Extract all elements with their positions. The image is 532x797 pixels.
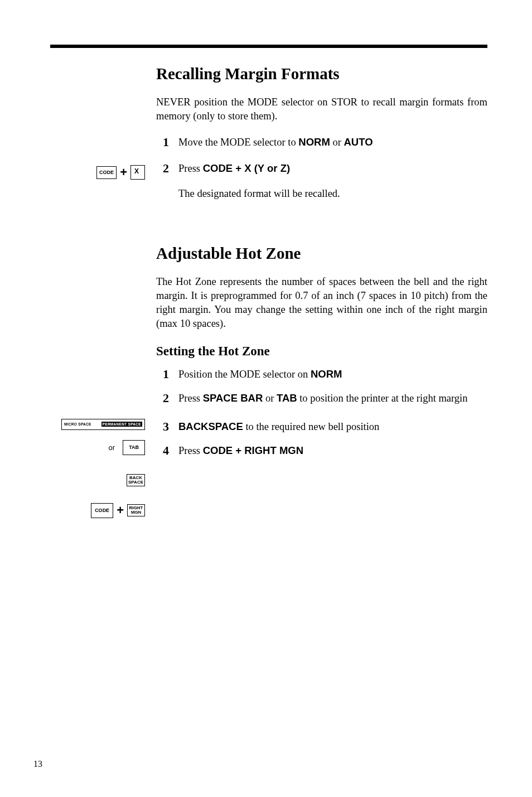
step-num: 2 bbox=[163, 162, 178, 175]
page-number: 13 bbox=[33, 759, 42, 769]
step-1: 1 Move the MODE selector to NORM or AUTO bbox=[156, 136, 487, 149]
spacebar-left-label: MICRO SPACE bbox=[64, 422, 91, 426]
section2-title: Adjustable Hot Zone bbox=[156, 244, 487, 263]
step-text: Position the MODE selector on NORM bbox=[178, 368, 487, 381]
plus-icon: + bbox=[117, 503, 124, 518]
step-num: 3 bbox=[163, 420, 178, 433]
step-text: BACKSPACE to the required new bell posit… bbox=[178, 420, 487, 434]
or-label: or bbox=[109, 443, 115, 452]
step-text: Press CODE + X (Y or Z) The designated f… bbox=[178, 162, 487, 201]
or-tab-group: or TAB bbox=[109, 440, 145, 455]
key-backspace: BACK SPACE bbox=[127, 474, 145, 486]
key-spacebar: MICRO SPACE PERMANENT SPACE bbox=[61, 419, 145, 430]
key-x: X bbox=[130, 165, 145, 180]
spacebar-right-label: PERMANENT SPACE bbox=[101, 422, 142, 427]
step-text: Move the MODE selector to NORM or AUTO bbox=[178, 136, 487, 149]
step-subtext: The designated format will be recalled. bbox=[178, 187, 487, 201]
hz-step-2: 2 Press SPACE BAR or TAB to position the… bbox=[156, 392, 487, 405]
section1-intro: NEVER position the MODE selector on STOR… bbox=[156, 95, 487, 123]
section2-body: Adjustable Hot Zone The Hot Zone represe… bbox=[156, 244, 487, 468]
key-tab: TAB bbox=[123, 440, 145, 455]
hz-step-3: 3 BACKSPACE to the required new bell pos… bbox=[156, 420, 487, 434]
backspace-group: BACK SPACE bbox=[127, 474, 145, 486]
section1-body: Recalling Margin Formats NEVER position … bbox=[156, 65, 487, 211]
step-num: 1 bbox=[163, 368, 178, 380]
step-2: 2 Press CODE + X (Y or Z) The designated… bbox=[156, 162, 487, 201]
hz-step-4: 4 Press CODE + RIGHT MGN bbox=[156, 444, 487, 458]
step-text: Press SPACE BAR or TAB to position the p… bbox=[178, 392, 487, 405]
key-code: CODE bbox=[96, 166, 117, 179]
step-num: 1 bbox=[163, 136, 178, 148]
horizontal-rule bbox=[50, 45, 487, 48]
section1-title: Recalling Margin Formats bbox=[156, 65, 487, 83]
side-keys-1: CODE + X bbox=[50, 65, 156, 180]
hz-step-1: 1 Position the MODE selector on NORM bbox=[156, 368, 487, 381]
side-keys-2: MICRO SPACE PERMANENT SPACE or TAB BACK … bbox=[50, 244, 156, 518]
page: CODE + X Recalling Margin Formats NEVER … bbox=[0, 0, 532, 797]
code-rightmgn-group: CODE + RIGHT MGN bbox=[91, 503, 145, 518]
section-recalling: CODE + X Recalling Margin Formats NEVER … bbox=[50, 65, 487, 211]
plus-icon: + bbox=[120, 165, 127, 180]
step-num: 4 bbox=[163, 444, 178, 457]
key-right-mgn: RIGHT MGN bbox=[127, 504, 145, 516]
key-combo-code-x: CODE + X bbox=[96, 165, 145, 180]
section-hotzone: MICRO SPACE PERMANENT SPACE or TAB BACK … bbox=[50, 244, 487, 518]
step-num: 2 bbox=[163, 392, 178, 404]
section2-intro: The Hot Zone represents the number of sp… bbox=[156, 275, 487, 331]
section2-subtitle: Setting the Hot Zone bbox=[156, 344, 487, 359]
key-code: CODE bbox=[91, 503, 113, 518]
step-text: Press CODE + RIGHT MGN bbox=[178, 444, 487, 458]
